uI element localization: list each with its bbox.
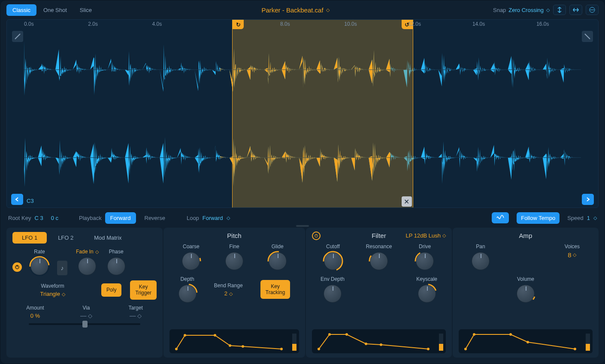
next-sample-button[interactable] [582,194,594,205]
voices-label: Voices [565,244,580,250]
horizontal-zoom-button[interactable] [569,5,582,15]
pitch-velocity-bar[interactable] [292,334,296,351]
tab-lfo1[interactable]: LFO 1 [12,232,47,244]
loop-mode-control[interactable]: Loop Forward ◇ [187,215,230,221]
svg-point-10 [30,257,49,276]
target-label: Target [128,305,142,311]
ruler-tick: 10.0s [344,21,357,27]
key-trigger-button[interactable]: Key Trigger [130,280,157,300]
fade-in-handle[interactable] [12,31,23,42]
coarse-knob[interactable] [182,252,200,270]
keyscale-label: Keyscale [416,276,437,282]
fine-label: Fine [229,244,239,250]
slider-thumb[interactable] [82,321,88,328]
bend-range-label: Bend Range [214,283,243,289]
drive-knob[interactable] [416,252,434,270]
waveform-value[interactable]: Triangle ◇ [40,291,65,297]
svg-point-16 [214,334,216,337]
via-label: Via [82,305,90,311]
mode-tabs: Classic One Shot Slice [6,4,98,16]
cutoff-knob[interactable] [324,252,342,270]
phase-knob[interactable] [107,257,125,275]
svg-point-33 [464,348,467,350]
rate-sync-button[interactable]: ♪ [57,261,67,275]
pan-label: Pan [476,244,485,250]
time-ruler[interactable]: 0.0s 2.0s 4.0s 8.0s 10.0s 12.0s 14.0s 16… [24,20,581,29]
sample-filename[interactable]: Parker - Backbeat.caf ◇ [101,6,490,14]
top-toolbar: Classic One Shot Slice Parker - Backbeat… [0,0,605,19]
pitch-envelope[interactable] [169,329,299,353]
volume-knob[interactable] [517,285,535,303]
via-value[interactable]: –– ◇ [80,313,92,319]
loop-chevron-icon: ◇ [227,215,230,221]
pitch-depth-knob[interactable] [178,285,197,303]
svg-point-14 [175,348,178,350]
lfo-panel: LFO 1 LFO 2 Mod Matrix Rate ♪ Fade In◇ [6,228,163,358]
snap-control[interactable]: Snap Zero Crossing ◇ [493,7,550,13]
playback-reverse-button[interactable]: Reverse [139,212,170,224]
keyscale-knob[interactable] [418,285,436,303]
ruler-tick: 16.0s [536,21,549,27]
snap-label: Snap [493,7,506,13]
tab-lfo2[interactable]: LFO 2 [48,232,83,244]
pitch-key-tracking-button[interactable]: Key Tracking [260,280,290,299]
loop-region[interactable]: ↻ ↺ ✕ [232,20,413,208]
prev-sample-button[interactable] [11,194,23,205]
phase-label: Phase [109,249,124,255]
filter-velocity-bar[interactable] [439,334,443,351]
filter-power-button[interactable] [312,232,321,240]
amp-envelope[interactable] [459,329,593,353]
svg-point-32 [516,284,535,303]
svg-point-37 [574,348,576,350]
waveform-display[interactable]: 0.0s 2.0s 4.0s 8.0s 10.0s 12.0s 14.0s 16… [6,19,599,208]
pan-knob[interactable] [472,252,490,270]
glide-knob[interactable] [269,252,287,270]
tab-classic[interactable]: Classic [6,4,36,16]
parameter-panels: LFO 1 LFO 2 Mod Matrix Rate ♪ Fade In◇ [0,228,605,364]
loop-close-button[interactable]: ✕ [402,196,412,207]
fine-knob[interactable] [225,252,243,270]
filter-envelope[interactable] [312,329,446,353]
amount-slider[interactable] [29,323,140,325]
tab-slice[interactable]: Slice [74,4,98,16]
target-value[interactable]: –– ◇ [130,313,142,319]
playback-forward-button[interactable]: Forward [105,212,136,224]
fade-out-handle[interactable] [582,31,593,42]
speed-control[interactable]: Speed 1 ◇ [567,215,597,221]
voices-value[interactable]: 8◇ [568,251,576,259]
fade-knob[interactable] [78,257,96,275]
follow-tempo-button[interactable]: Follow Tempo [517,212,560,224]
ruler-tick: 14.0s [472,21,485,27]
amount-value[interactable]: 0 % [30,313,40,319]
lfo-power-button[interactable] [12,262,22,272]
filter-panel: Filter LP 12dB Lush◇ Cutoff Resonance Dr… [306,228,452,358]
pitch-title: Pitch [227,232,241,239]
speed-label: Speed [567,215,584,221]
more-menu-button[interactable] [586,5,599,15]
svg-point-3 [593,9,594,10]
pitch-panel: Pitch Coarse Fine Glide Depth Bend Range… [163,228,305,358]
speed-chevron-icon: ◇ [593,215,597,221]
tab-mod-matrix[interactable]: Mod Matrix [85,232,131,244]
rate-knob[interactable] [30,257,48,275]
root-note-label: C3 [27,198,34,204]
svg-point-1 [590,9,591,10]
volume-label: Volume [517,276,534,282]
svg-point-25 [417,284,436,303]
poly-button[interactable]: Poly [101,283,121,296]
vertical-zoom-button[interactable] [553,5,566,15]
svg-point-23 [369,252,388,271]
amp-title: Amp [519,232,532,239]
flex-button[interactable] [492,212,509,223]
root-key-control[interactable]: Root Key C 3 [8,215,43,221]
bend-range-value[interactable]: 2 ◇ [224,290,233,297]
fade-label[interactable]: Fade In◇ [76,249,99,255]
resonance-knob[interactable] [370,252,388,270]
tune-cents-control[interactable]: 0 c [51,215,58,221]
panel-resize-handle[interactable] [296,225,309,227]
filter-env-depth-knob[interactable] [324,285,342,303]
filter-type-selector[interactable]: LP 12dB Lush◇ [406,232,446,239]
svg-point-35 [509,333,512,336]
amp-velocity-bar[interactable] [586,334,590,351]
tab-one-shot[interactable]: One Shot [37,4,73,16]
